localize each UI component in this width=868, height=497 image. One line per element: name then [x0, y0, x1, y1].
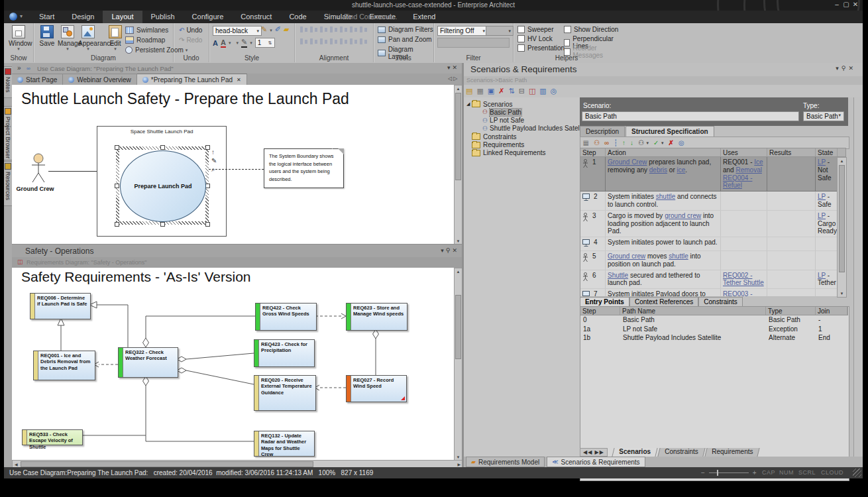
manage-button[interactable]: Manage▾ — [58, 25, 78, 50]
ribbon-tab-configure[interactable]: Configure — [184, 11, 233, 23]
panel-pin-icon[interactable]: ⚲ — [841, 65, 849, 72]
save-icon[interactable]: ▦ — [476, 87, 483, 95]
line-color-caret-icon[interactable]: ▾ — [250, 40, 252, 46]
usecase-prepare-launch-pad[interactable]: Prepare Launch Pad — [120, 150, 206, 222]
undo-button[interactable]: ↶Undo — [179, 27, 202, 34]
quicklink-icons[interactable]: ↑ ✎ ⌕ — [211, 148, 217, 174]
hv-lock-checkbox[interactable]: HV Lock — [517, 35, 553, 42]
line-color-icon[interactable]: ✎ — [241, 38, 247, 48]
sheet-tab-requirements[interactable]: Requirements — [705, 448, 761, 457]
spec-delete-icon[interactable]: ✗ — [668, 139, 673, 146]
filter-combo[interactable]: Filtering Off▾ — [437, 26, 488, 36]
font-icon[interactable]: A — [213, 39, 218, 47]
help-icon[interactable]: ◎ — [551, 87, 557, 95]
save-button[interactable]: Save — [37, 25, 57, 47]
pen-caret-icon[interactable]: ▾ — [270, 28, 272, 32]
show-direction-checkbox[interactable]: Show Direction — [564, 26, 618, 33]
check-menu-icon[interactable]: ✓ — [653, 139, 659, 146]
find-command[interactable]: ⌕Find Command... — [337, 13, 397, 21]
chevrons-icon[interactable]: » — [17, 64, 21, 72]
ribbon-tab-code[interactable]: Code — [280, 11, 315, 23]
pan-and-zoom-button[interactable]: Pan and Zoom — [378, 36, 432, 43]
ea-logo-icon[interactable] — [9, 13, 17, 21]
edit-button[interactable]: Edit▾ — [105, 25, 125, 50]
entry-col-type[interactable]: Type — [766, 307, 816, 315]
type-select[interactable]: Basic Path▾ — [803, 111, 844, 121]
ribbon-tab-layout[interactable]: Layout — [103, 11, 142, 23]
entry-tab-entry-points[interactable]: Entry Points — [580, 297, 629, 306]
close-button[interactable]: ✕ — [851, 1, 860, 8]
requirements-vscrollbar[interactable]: ▲ ▼ — [454, 268, 462, 460]
pane2-close-icon[interactable]: ✕ — [452, 247, 459, 254]
step-row-1[interactable]: 1Ground Crew prepares launch pad, removi… — [580, 157, 838, 192]
spec-tab-description[interactable]: Description — [580, 126, 625, 137]
entry-tab-context-references[interactable]: Context References — [629, 297, 698, 306]
steps-scrollbar[interactable]: ▲ ▼ — [837, 157, 847, 298]
steps-col-state[interactable]: State — [816, 148, 838, 156]
tree-item-shuttle-payload-includes-satelli[interactable]: ⚇Shuttle Payload Includes Satelli — [477, 125, 582, 133]
sheet-tab-scenarios[interactable]: Scenarios — [612, 448, 657, 457]
step-row-5[interactable]: 5Ground crew moves shuttle into position… — [580, 251, 838, 270]
doc-tab-close-icon[interactable]: ✕ — [237, 77, 241, 83]
alignment-icons-row1[interactable] — [299, 26, 368, 34]
doc-tab-webinar-overview[interactable]: Webinar Overview — [63, 74, 137, 85]
step-row-6[interactable]: 6Shuttle secured and tethered to launch … — [580, 270, 838, 290]
requirement-req006[interactable]: REQ006 - Determine if Launch Pad is Safe — [30, 293, 91, 319]
spec-hierarchy-icon[interactable]: ┆ — [614, 139, 618, 146]
new-item-icon[interactable]: ▤ — [466, 87, 472, 95]
copy-icon[interactable]: ▣ — [488, 87, 494, 95]
actor-menu-icon[interactable]: ⚇ — [638, 139, 644, 146]
minimize-button[interactable]: – — [832, 1, 841, 8]
font-color-icon[interactable]: A — [221, 38, 226, 48]
entry-row-0[interactable]: 0Basic PathBasic Path- — [580, 316, 847, 325]
move-down-icon[interactable]: ↓ — [630, 139, 633, 146]
requirement-req027[interactable]: REQ027 - Record Wind Speed — [346, 375, 407, 402]
print-icon[interactable]: ⊟ — [519, 87, 525, 95]
diagram-tree-icon[interactable]: ◫ — [529, 87, 535, 95]
entry-row-1b[interactable]: 1bShuttle Payload Includes SatelliteAlte… — [580, 334, 847, 343]
actor-ground-crew-icon[interactable] — [28, 153, 48, 184]
pane2-caret-icon[interactable]: ▾ — [441, 247, 446, 254]
spec-people-icon[interactable]: ⚇ — [594, 139, 600, 146]
fill-color-caret-icon[interactable]: ▾ — [236, 40, 239, 46]
requirement-req322[interactable]: REQ322 - Check Weather Forecast — [118, 347, 178, 378]
window-button[interactable]: Window ▾ — [9, 25, 28, 50]
font-color-caret-icon[interactable]: ▾ — [229, 40, 231, 46]
tree-item-linked-requirements[interactable]: Linked Requirements — [466, 149, 546, 157]
sweeper-checkbox[interactable]: Sweeper — [517, 26, 553, 33]
pane2-pin-icon[interactable]: ⚲ — [446, 247, 453, 254]
resize-grip-icon[interactable] — [853, 469, 861, 477]
tree-item-lp-not-safe[interactable]: ⚇LP not Safe — [477, 117, 524, 125]
step-row-7[interactable]: 7System initiates Payload doors to open … — [580, 289, 838, 296]
line-width-spinner[interactable]: 1⇅ — [255, 38, 275, 48]
sheet-tab-constraints[interactable]: Constraints — [657, 448, 705, 457]
sort-icon[interactable]: ⇅ — [508, 87, 514, 95]
tree-item-basic-path[interactable]: ⚇Basic Path — [477, 108, 521, 116]
dock-tab-requirements-model[interactable]: ▰Requirements Model — [466, 457, 545, 467]
highlighter-icon[interactable]: ▰ — [284, 25, 289, 33]
spec-tab-structured-specification[interactable]: Structured Specification — [625, 126, 714, 137]
doc-tab-start-page[interactable]: Start Page — [12, 74, 63, 85]
panel-close-icon[interactable]: ✕ — [848, 65, 856, 72]
move-up-icon[interactable]: ↑ — [622, 139, 625, 146]
entry-col-path-name[interactable]: Path Name — [620, 307, 766, 315]
diagram-filters-button[interactable]: Diagram Filters — [378, 26, 433, 33]
alignment-icons-row2[interactable] — [299, 38, 368, 46]
entry-row-1a[interactable]: 1aLP not SafeException1 — [580, 325, 847, 335]
step-row-3[interactable]: 3Cargo is moved by ground crew into load… — [580, 211, 838, 237]
usecase-diagram-canvas[interactable]: Shuttle Launch Safety - Prepare the Laun… — [12, 85, 462, 244]
entry-tab-constraints[interactable]: Constraints — [698, 297, 743, 306]
tree-item-constraints[interactable]: Constraints — [466, 133, 517, 140]
note-element[interactable]: The System Boundary shows the logical in… — [264, 148, 344, 188]
style-combo[interactable]: head-black▾ — [213, 26, 262, 36]
requirements-diagram-canvas[interactable]: Safety Requirements - 'As-Is' Version — [12, 268, 462, 460]
maximize-button[interactable]: ▢ — [841, 1, 851, 8]
ribbon-tab-publish[interactable]: Publish — [142, 11, 184, 23]
ribbon-tab-extend[interactable]: Extend — [404, 11, 444, 23]
zoom-control[interactable]: − + — [701, 469, 757, 476]
delete-icon[interactable]: ✗ — [498, 87, 504, 95]
record-navigator[interactable]: ◀◀ ▶▶ — [580, 448, 608, 457]
spec-save-icon[interactable]: ▦ — [583, 139, 589, 146]
step-row-2[interactable]: 2System initiates shuttle and connects t… — [580, 192, 838, 211]
ribbon-tab-start[interactable]: Start — [30, 11, 63, 23]
